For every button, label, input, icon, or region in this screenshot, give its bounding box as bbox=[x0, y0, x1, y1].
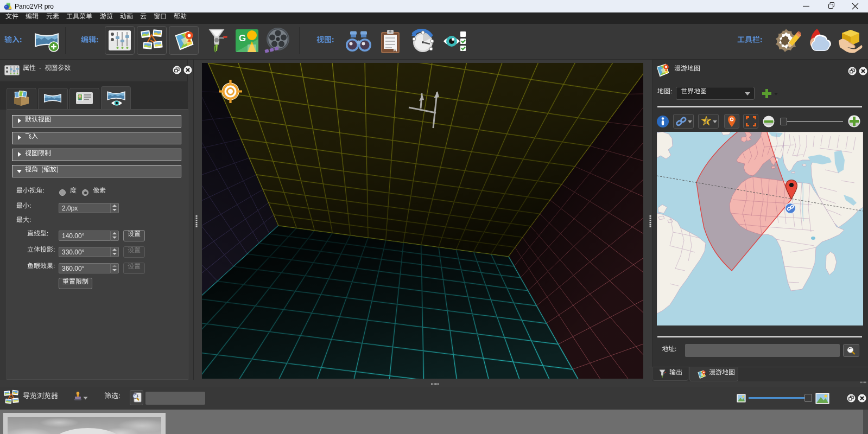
svg-text:G: G bbox=[239, 33, 246, 43]
